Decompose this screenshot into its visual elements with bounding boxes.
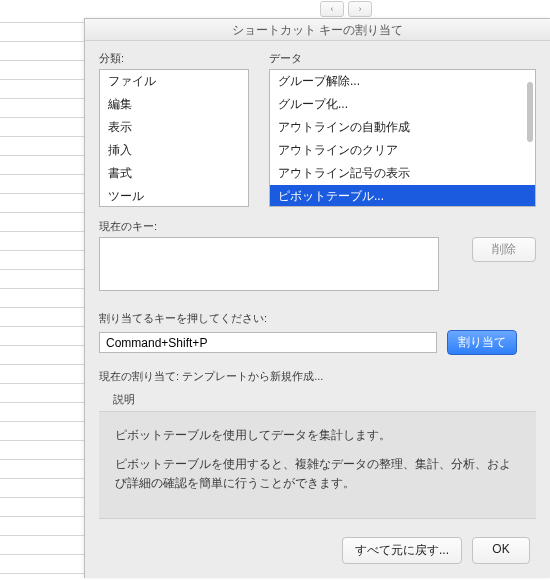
shortcut-input[interactable]: Command+Shift+P	[99, 332, 437, 353]
category-item[interactable]: 書式	[100, 162, 248, 185]
commands-listbox[interactable]: グループ解除...グループ化...アウトラインの自動作成アウトラインのクリアアウ…	[269, 69, 536, 207]
command-item[interactable]: アウトライン記号の表示	[270, 162, 535, 185]
category-item[interactable]: 挿入	[100, 139, 248, 162]
current-keys-box[interactable]	[99, 237, 439, 291]
toolbar-fragment: ‹ ›	[320, 0, 372, 18]
nav-prev-button[interactable]: ‹	[320, 1, 344, 17]
scrollbar[interactable]	[527, 82, 533, 142]
assign-prompt-label: 割り当てるキーを押してください:	[99, 311, 536, 326]
description-line1: ピボットテーブルを使用してデータを集計します。	[115, 426, 520, 445]
reset-all-button[interactable]: すべて元に戻す...	[342, 537, 462, 564]
category-item[interactable]: 表示	[100, 116, 248, 139]
nav-next-button[interactable]: ›	[348, 1, 372, 17]
delete-button[interactable]: 削除	[472, 237, 536, 262]
categories-listbox[interactable]: ファイル編集表示挿入書式ツールデータ	[99, 69, 249, 207]
description-box: ピボットテーブルを使用してデータを集計します。 ピボットテーブルを使用すると、複…	[99, 411, 536, 519]
command-item[interactable]: アウトラインの自動作成	[270, 116, 535, 139]
dialog-title: ショートカット キーの割り当て	[85, 19, 550, 41]
shortcut-assignment-dialog: ショートカット キーの割り当て 分類: ファイル編集表示挿入書式ツールデータ デ…	[84, 18, 550, 578]
category-item[interactable]: ツール	[100, 185, 248, 207]
categories-label: 分類:	[99, 51, 249, 66]
commands-label: データ	[269, 51, 536, 66]
command-item[interactable]: アウトラインのクリア	[270, 139, 535, 162]
command-item[interactable]: グループ化...	[270, 93, 535, 116]
description-line2: ピボットテーブルを使用すると、複雑なデータの整理、集計、分析、および詳細の確認を…	[115, 455, 520, 493]
category-item[interactable]: ファイル	[100, 70, 248, 93]
current-keys-label: 現在のキー:	[99, 219, 536, 234]
current-assignment: 現在の割り当て: テンプレートから新規作成...	[99, 369, 536, 384]
assign-button[interactable]: 割り当て	[447, 330, 517, 355]
ok-button[interactable]: OK	[472, 537, 530, 564]
command-item[interactable]: グループ解除...	[270, 70, 535, 93]
command-item[interactable]: ピボットテーブル...	[270, 185, 535, 207]
current-assignment-label: 現在の割り当て:	[99, 370, 179, 382]
description-label: 説明	[113, 392, 536, 407]
category-item[interactable]: 編集	[100, 93, 248, 116]
current-assignment-value: テンプレートから新規作成...	[182, 370, 323, 382]
